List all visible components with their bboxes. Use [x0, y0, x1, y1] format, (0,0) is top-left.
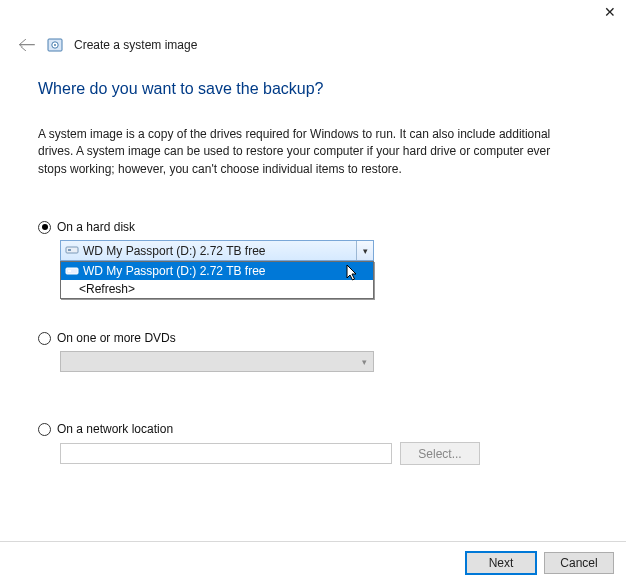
wizard-title: Create a system image — [74, 38, 197, 52]
network-select-button: Select... — [400, 442, 480, 465]
combobox-drop-button[interactable]: ▾ — [356, 241, 373, 260]
network-path-input[interactable] — [60, 443, 392, 464]
radio-network-label[interactable]: On a network location — [57, 422, 173, 436]
svg-rect-3 — [66, 247, 78, 253]
back-arrow-icon[interactable]: 🡠 — [18, 36, 36, 54]
page-heading: Where do you want to save the backup? — [38, 80, 598, 98]
chevron-down-icon: ▾ — [362, 357, 367, 367]
chevron-down-icon: ▾ — [363, 246, 368, 256]
dropdown-item-drive-label: WD My Passport (D:) 2.72 TB free — [83, 264, 266, 278]
dropdown-item-refresh[interactable]: <Refresh> — [61, 280, 373, 298]
cancel-button[interactable]: Cancel — [544, 552, 614, 574]
wizard-header: 🡠 Create a system image — [18, 36, 197, 54]
system-image-icon — [46, 36, 64, 54]
next-button[interactable]: Next — [466, 552, 536, 574]
radio-dvd[interactable] — [38, 332, 51, 345]
radio-hard-disk-label[interactable]: On a hard disk — [57, 220, 135, 234]
page-description: A system image is a copy of the drives r… — [38, 126, 578, 178]
drive-icon — [65, 264, 79, 278]
hard-disk-dropdown: WD My Passport (D:) 2.72 TB free <Refres… — [60, 261, 374, 299]
close-icon[interactable]: ✕ — [604, 4, 616, 20]
svg-rect-5 — [66, 268, 78, 274]
hard-disk-combobox[interactable]: WD My Passport (D:) 2.72 TB free ▾ — [60, 240, 374, 261]
dvd-combobox-disabled: ▾ — [60, 351, 374, 372]
hard-disk-selected-label: WD My Passport (D:) 2.72 TB free — [83, 244, 266, 258]
wizard-footer: Next Cancel — [0, 541, 626, 583]
dropdown-item-refresh-label: <Refresh> — [79, 282, 135, 296]
dropdown-item-drive[interactable]: WD My Passport (D:) 2.72 TB free — [61, 262, 373, 280]
radio-network[interactable] — [38, 423, 51, 436]
radio-hard-disk[interactable] — [38, 221, 51, 234]
svg-rect-6 — [68, 270, 71, 272]
svg-rect-4 — [68, 249, 71, 251]
dvd-combobox-drop-button: ▾ — [356, 352, 373, 371]
radio-dvd-label[interactable]: On one or more DVDs — [57, 331, 176, 345]
svg-point-2 — [54, 44, 56, 46]
drive-icon — [65, 243, 79, 257]
